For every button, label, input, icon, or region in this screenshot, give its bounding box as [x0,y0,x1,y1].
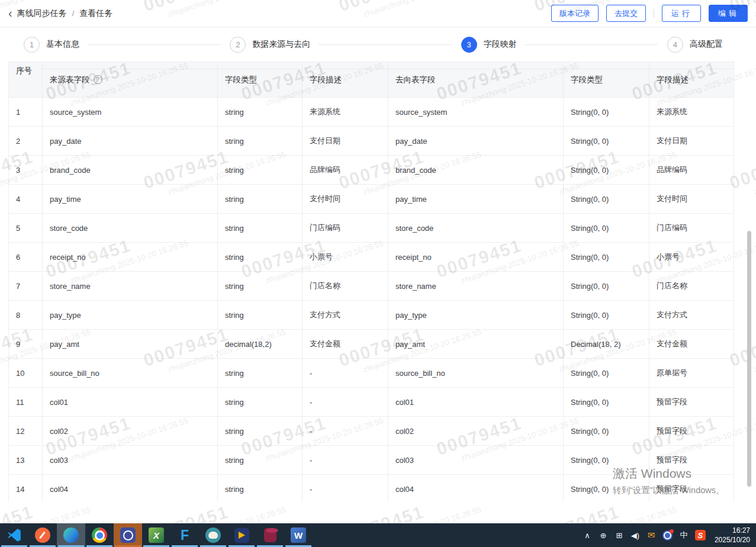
cell-target-type: String(0, 0) [563,98,649,126]
table-row: 11 col01 string - col01 String(0, 0) 预留字… [9,388,734,417]
taskbar-icon-edge[interactable] [57,523,85,547]
step-advanced-config[interactable]: 4 高级配置 [667,37,731,53]
cell-target-type: String(0, 0) [563,127,649,155]
cell-source-type: string [217,214,302,242]
tray-app-notification-icon[interactable] [662,530,673,540]
table-row: 3 brand_code string 品牌编码 brand_code Stri… [9,156,734,185]
edit-button[interactable]: 编辑 [709,5,748,22]
submit-button[interactable]: 去提交 [606,5,646,22]
app-icon [120,527,136,543]
cell-source-type: string [217,446,302,474]
cell-source-type: string [217,388,302,416]
breadcrumb-item-offline-sync[interactable]: 离线同步任务 [17,8,67,19]
run-button[interactable]: 运行 [662,5,701,22]
tray-ime-indicator[interactable]: 中 [679,530,689,540]
taskbar-icon-dbeaver[interactable] [199,523,227,547]
pen-icon [35,527,50,543]
step-source-target[interactable]: 2 数据来源与去向 [230,37,319,53]
table-row: 13 col03 string - col03 String(0, 0) 预留字… [9,446,734,475]
cell-source-field: col01 [42,388,217,416]
cell-source-field: source_bill_no [42,359,217,387]
help-icon[interactable]: ? [94,75,102,84]
cell-source-type: string [217,127,302,155]
database-icon [264,528,276,542]
shield-icon [234,528,249,543]
cell-target-field: receipt_no [388,243,563,271]
step-connector [88,44,220,45]
cell-target-field: store_name [388,272,563,300]
version-history-button[interactable]: 版本记录 [551,5,599,22]
table-row: 1 source_system string 来源系统 source_syste… [9,98,734,127]
cell-source-type: string [217,417,302,445]
breadcrumb-separator: / [72,9,75,18]
cell-target-type: String(0, 0) [563,185,649,213]
cell-target-type: Decimal(18, 2) [563,330,649,358]
tray-sogou-icon[interactable]: S [695,530,706,540]
cell-target-type: String(0, 0) [563,156,649,184]
cell-index: 9 [9,330,42,358]
vscode-icon [7,527,22,543]
cell-source-desc: 支付日期 [302,127,388,155]
taskbar-icon-vscode[interactable] [0,523,28,547]
cell-source-field: pay_type [42,301,217,329]
cell-target-desc: 预留字段 [649,446,734,474]
tray-network-icon[interactable]: ⊕ [599,531,608,540]
step-number: 4 [667,37,683,53]
cell-target-field: pay_time [388,185,563,213]
taskbar-icon-database[interactable] [256,523,284,547]
taskbar-icon-active-app[interactable] [114,523,142,547]
clock-date: 2025/10/20 [715,535,750,545]
cell-target-type: String(0, 0) [563,272,649,300]
tray-chevron-up-icon[interactable]: ∧ [583,531,592,540]
taskbar-icon-word[interactable]: W [284,523,313,547]
tray-volume-icon[interactable]: ◀) [630,531,640,540]
cell-index: 14 [9,475,42,502]
step-number: 3 [461,37,477,53]
cell-source-field: brand_code [42,156,217,184]
column-header-index: 序号 [9,62,42,97]
table-row: 9 pay_amt decimal(18,2) 支付金额 pay_amt Dec… [9,330,734,359]
taskbar-clock[interactable]: 16:27 2025/10/20 [712,526,750,545]
dbeaver-icon [205,527,221,543]
tray-windows-icon[interactable]: ⊞ [615,531,624,540]
column-header-target-desc: 字段描述 [649,62,734,97]
system-tray: ∧ ⊕ ⊞ ◀) ✉ 中 S 16:27 2025/10/20 [583,523,756,547]
step-field-mapping[interactable]: 3 字段映射 [461,37,525,53]
cell-target-desc: 预留字段 [649,475,734,502]
cell-index: 1 [9,98,42,126]
tray-mail-icon[interactable]: ✉ [646,530,656,540]
cell-source-desc: 门店名称 [302,272,388,300]
cell-source-desc: 门店编码 [302,214,388,242]
taskbar-icon-chrome[interactable] [85,523,114,547]
cell-index: 11 [9,388,42,416]
table-header-row: 序号 来源表字段 ? 字段类型 字段描述 去向表字段 字段类型 字段描述 [9,62,734,98]
action-buttons: 版本记录 去提交 运行 编辑 [551,5,748,22]
cell-index: 5 [9,214,42,242]
taskbar-icon-shield-app[interactable] [227,523,256,547]
cell-source-field: pay_amt [42,330,217,358]
vertical-scrollbar[interactable] [747,231,751,487]
taskbar-icon-editor[interactable] [28,523,57,547]
cell-source-field: source_system [42,98,217,126]
cell-target-type: String(0, 0) [563,417,649,445]
taskbar-icon-files[interactable]: F [170,523,199,547]
cell-target-desc: 品牌编码 [649,156,734,184]
table-body: 1 source_system string 来源系统 source_syste… [9,98,734,502]
cell-source-type: string [217,98,302,126]
cell-source-desc: 支付金额 [302,330,388,358]
cell-target-type: String(0, 0) [563,446,649,474]
step-connector [319,44,451,45]
breadcrumb-item-view-task: 查看任务 [79,8,112,19]
step-wizard: 1 基本信息 2 数据来源与去向 3 字段映射 4 高级配置 [0,27,756,62]
step-basic-info[interactable]: 1 基本信息 [24,37,88,53]
back-icon[interactable]: ‹ [8,7,12,19]
cell-index: 2 [9,127,42,155]
taskbar-icon-excel[interactable]: X [142,523,170,547]
cell-index: 10 [9,359,42,387]
screen: ‹ 离线同步任务 / 查看任务 版本记录 去提交 运行 编辑 1 基本信息 2 … [0,0,756,547]
step-number: 2 [230,37,246,53]
table-row: 4 pay_time string 支付时间 pay_time String(0… [9,185,734,214]
table-row: 8 pay_type string 支付方式 pay_type String(0… [9,301,734,330]
word-icon: W [291,527,306,543]
cell-index: 13 [9,446,42,474]
